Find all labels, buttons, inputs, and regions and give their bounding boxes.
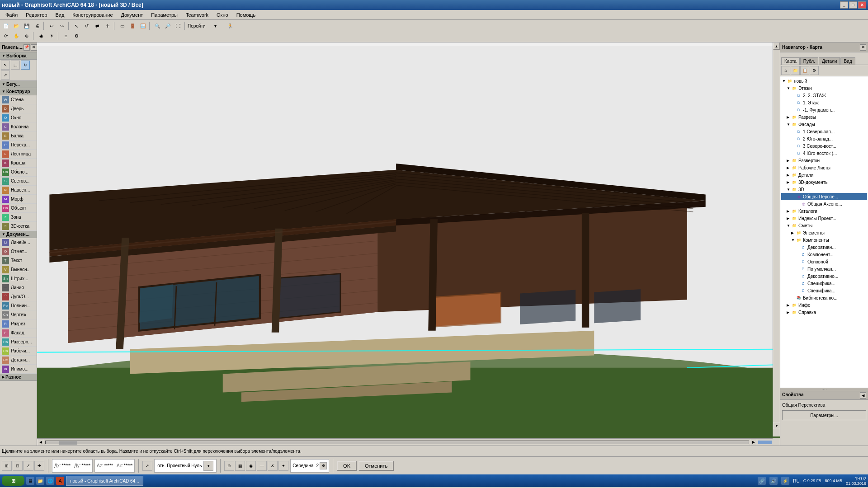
redo-btn[interactable]: ↪ [57,21,67,31]
taskbar-icon-folder[interactable]: 📁 [36,477,44,485]
open-btn[interactable]: 📂 [11,21,21,31]
ortho-btn[interactable]: ✚ [34,461,44,471]
tree-item-facade-ne[interactable]: 🗋 3 Северо-вост... [781,142,867,150]
zoom-out-btn[interactable]: 🔎 [163,21,173,31]
snap-edge-btn[interactable]: — [257,461,267,471]
move-btn[interactable]: ✛ [103,21,113,31]
tree-item-3d-axon[interactable]: ◎ Общая Аксоно... [781,200,867,207]
minimize-button[interactable]: _ [840,1,848,9]
close-button[interactable]: ✕ [858,1,866,9]
tool-line[interactable]: — Линия [0,283,37,292]
menu-help[interactable]: Помощь [233,11,259,19]
save-btn[interactable]: 💾 [22,21,32,31]
tree-item-help[interactable]: ▶ 📁 Справка [781,309,867,316]
scrollbar-track-h[interactable] [45,441,749,444]
nav-folder-btn[interactable]: 📁 [791,66,800,75]
select-box-tool[interactable]: ⬚ [11,61,20,70]
tool-text[interactable]: T Текст [0,256,37,265]
menu-document[interactable]: Документ [118,11,147,19]
tree-item-floors[interactable]: ▼ 📁 Этажи [781,84,867,92]
panel-close-btn[interactable]: ✕ [31,44,37,51]
scroll-left-btn[interactable]: ◀ [37,439,44,446]
new-btn[interactable]: 📄 [1,21,11,31]
select-btn[interactable]: ↖ [71,21,81,31]
ok-button[interactable]: OK [337,461,357,471]
snap-grid-btn[interactable]: ▦ [235,461,245,471]
tree-item-indexes[interactable]: ▶ 📁 Индексы Проект... [781,215,867,222]
tray-network-icon[interactable]: 🔗 [758,477,766,485]
tree-item-comp-default[interactable]: 🗋 По умолчан... [781,265,867,272]
tool-hatch[interactable]: Sh Штрих... [0,274,37,283]
tree-item-spec1[interactable]: 🗋 Специфика... [781,280,867,287]
grid-btn[interactable]: ⊟ [13,461,23,471]
snap-special-btn[interactable]: ✦ [278,461,288,471]
tree-item-catalogs[interactable]: ▶ 📁 Каталоги [781,207,867,215]
undo-btn[interactable]: ↩ [47,21,57,31]
tool-object[interactable]: Ob Объект [0,204,37,213]
menu-construction[interactable]: Конструирование [69,11,116,19]
tree-item-3d-persp[interactable]: ◉ Общая Перспе... [781,193,867,200]
door-tool[interactable]: 🚪 [127,21,137,31]
3d-rotate-btn[interactable]: ⟳ [1,31,11,41]
tool-worksheet[interactable]: Rb Рабочи... [0,347,37,356]
tray-volume-icon[interactable]: 🔊 [769,477,778,485]
tool-dimension[interactable]: Li Линейн... [0,238,37,247]
panel-pin-btn[interactable]: 📌 [24,44,30,51]
tool-wall[interactable]: W Стена [0,95,37,104]
tool-beam[interactable]: B Балка [0,131,37,141]
goto-dropdown[interactable]: ▾ [207,21,225,31]
3d-zoom-btn[interactable]: ⊕ [22,31,32,41]
render-btn[interactable]: ◉ [36,31,46,41]
mirror-btn[interactable]: ⇄ [92,21,102,31]
tool-curtain[interactable]: N Навесн... [0,186,37,195]
tree-item-comp-main[interactable]: 🗋 Основной [781,258,867,265]
tree-item-facade-sw[interactable]: 🗋 2 Юго-запад... [781,135,867,142]
viewport[interactable]: ◀ ▶ ▲ ▼ [37,42,780,446]
tree-item-info[interactable]: ▶ 📁 Инфо [781,301,867,309]
angle-btn[interactable]: ∠ [24,461,33,471]
window-tool[interactable]: 🪟 [138,21,148,31]
sun-btn[interactable]: ☀ [47,31,57,41]
tool-zone[interactable]: Z Зона [0,213,37,222]
ref-point-dropdown[interactable]: ▾ [203,461,213,471]
scrollbar-thumb-h[interactable] [59,441,77,445]
tool-stair[interactable]: L Лестница [0,150,37,159]
tool-elevation[interactable]: F Фасад [0,328,37,338]
tree-item-spec2[interactable]: 🗋 Специфика... [781,287,867,294]
tool-window[interactable]: O Окно [0,113,37,122]
tool-level[interactable]: O Отмет... [0,247,37,256]
menu-view[interactable]: Вид [52,11,68,19]
zoom-in-btn[interactable]: 🔍 [152,21,162,31]
tool-poly[interactable]: Po Полиин... [0,301,37,310]
tool-anim[interactable]: In Инимо... [0,365,37,374]
tray-clock[interactable]: 19:02 01.03.2016 [846,476,866,486]
tree-item-comp2[interactable]: 🗋 Компонент... [781,251,867,258]
tool-roof[interactable]: K Крыша [0,159,37,168]
nav-splitter[interactable]: ···· [780,388,868,391]
tree-item-floor2[interactable]: 🗋 2. 2. ЭТАЖ [781,92,867,99]
tree-item-floor1[interactable]: 🗋 1. Этаж [781,99,867,106]
props-collapse-btn[interactable]: ◀ [860,392,866,399]
tool-arc[interactable]: ⌒ Дуга/О... [0,292,37,301]
fit-btn[interactable]: ⛶ [173,21,183,31]
nav-tab-map[interactable]: Карта [781,57,800,65]
3d-navigate-btn[interactable]: 🏃 [225,21,235,31]
tool-column[interactable]: C Колонна [0,122,37,131]
taskbar-icon-archicad[interactable]: A [56,477,64,485]
tool-morph[interactable]: M Морф [0,195,37,204]
cancel-button[interactable]: Отменить [359,461,394,471]
tree-item-unfolds[interactable]: ▶ 📁 Развертки [781,157,867,164]
scroll-up-btn[interactable]: ▲ [773,42,780,50]
nav-close-btn[interactable]: ✕ [860,44,866,51]
taskbar-icon-browser[interactable]: 🌐 [46,477,54,485]
snap-angle-btn[interactable]: ∡ [268,461,278,471]
select-arrow-tool[interactable]: ↖ [1,61,10,70]
wall-tool[interactable]: ▭ [117,21,127,31]
nav-home-btn[interactable]: ⌂ [781,66,790,75]
rotate-view-tool[interactable]: ↻ [21,61,30,70]
menu-teamwork[interactable]: Teamwork [182,11,212,19]
taskbar-archicad-window[interactable]: новый - Graphisoft ArchiCAD 64... [66,476,143,486]
menu-editor[interactable]: Редактор [22,11,51,19]
nav-settings-btn[interactable]: ⚙ [810,66,819,75]
nav-tab-view[interactable]: Вид [840,57,855,65]
